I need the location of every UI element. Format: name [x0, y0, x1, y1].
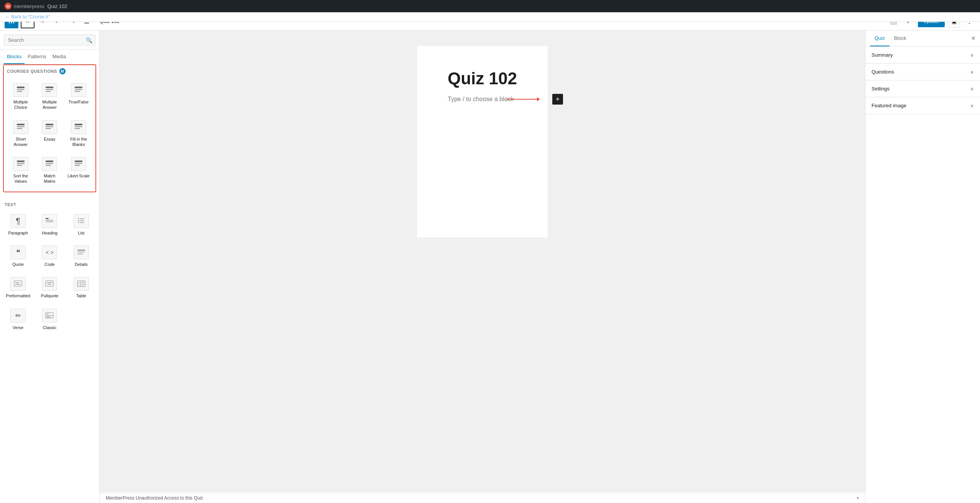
svg-rect-44 [48, 284, 51, 285]
mp-branding: m memberpress [5, 3, 44, 10]
code-label: Code [44, 262, 54, 267]
block-code[interactable]: < > Code [34, 241, 64, 271]
svg-rect-20 [17, 165, 22, 166]
editor-placeholder[interactable]: Type / to choose a block [448, 96, 514, 103]
svg-rect-19 [17, 163, 25, 164]
search-input[interactable] [4, 34, 95, 46]
admin-bar: m memberpress Quiz 102 [0, 0, 980, 12]
svg-rect-6 [75, 87, 82, 88]
mp-brand-name: memberpress [14, 3, 44, 9]
svg-rect-51 [46, 314, 49, 315]
svg-rect-32 [78, 220, 79, 221]
tab-quiz[interactable]: Quiz [870, 31, 890, 46]
quote-icon: ❝ [10, 246, 26, 259]
right-sidebar: Quiz Block × Summary ∨ Questions ∨ Setti… [865, 31, 980, 503]
block-classic[interactable]: Classic [34, 305, 64, 334]
accordion-questions-header[interactable]: Questions ∨ [865, 64, 980, 80]
course-questions-header: COURSES QUESTIONS m [7, 68, 92, 76]
tab-block[interactable]: Block [890, 31, 911, 46]
svg-rect-12 [46, 124, 53, 125]
close-right-sidebar-button[interactable]: × [971, 34, 975, 43]
search-icon: 🔍 [86, 37, 92, 43]
quiz-title[interactable]: Quiz 102 [448, 69, 517, 88]
svg-rect-8 [75, 91, 80, 92]
quote-label: Quote [12, 262, 24, 267]
svg-rect-40 [15, 282, 19, 283]
paragraph-icon: ¶ [10, 214, 26, 228]
block-match-matrix[interactable]: Match Matrix [36, 153, 64, 188]
svg-rect-41 [15, 284, 21, 285]
fill-blanks-label: Fill in the Blanks [67, 136, 90, 147]
svg-rect-25 [75, 163, 82, 164]
svg-rect-21 [46, 161, 53, 162]
block-multiple-answer[interactable]: Multiple Answer [36, 79, 64, 115]
tab-media[interactable]: Media [49, 50, 69, 64]
sidebar-content: COURSES QUESTIONS m Multiple Choice [0, 64, 99, 503]
svg-rect-1 [17, 89, 25, 90]
block-paragraph[interactable]: ¶ Paragraph [3, 210, 33, 240]
accordion-questions-label: Questions [872, 69, 894, 75]
svg-rect-22 [46, 163, 53, 164]
short-answer-label: Short Answer [9, 136, 33, 147]
sidebar-search-container: 🔍 [0, 31, 99, 50]
block-multiple-choice[interactable]: Multiple Choice [7, 79, 34, 115]
pullquote-label: Pullquote [41, 293, 59, 298]
right-sidebar-tabs: Quiz Block × [865, 31, 980, 47]
admin-quiz-title: Quiz 102 [47, 3, 67, 9]
bottom-dropdown-arrow[interactable]: ▾ [857, 495, 859, 501]
svg-rect-53 [46, 317, 50, 318]
arrow-head [537, 97, 540, 101]
block-list[interactable]: List [66, 210, 96, 240]
chevron-down-icon-3: ∨ [970, 86, 974, 92]
accordion-settings-label: Settings [872, 86, 890, 92]
block-heading[interactable]: Heading [34, 210, 64, 240]
block-essay[interactable]: Essay [36, 116, 64, 152]
block-short-answer[interactable]: Short Answer [7, 116, 34, 152]
block-likert-scale[interactable]: Likert Scale [65, 153, 92, 188]
block-fill-blanks[interactable]: Fill in the Blanks [65, 116, 92, 152]
svg-rect-11 [17, 128, 22, 129]
bottom-status-bar: MemberPress Unauthorized Access to this … [100, 493, 865, 503]
short-answer-icon [13, 120, 28, 134]
heading-label: Heading [42, 230, 57, 236]
block-preformatted[interactable]: Preformatted [3, 273, 33, 303]
mp-badge: m [59, 68, 66, 74]
accordion-featured-image-label: Featured image [872, 103, 906, 108]
block-pullquote[interactable]: Pullquote [34, 273, 64, 303]
accordion-summary-header[interactable]: Summary ∨ [865, 47, 980, 63]
svg-rect-33 [80, 220, 84, 221]
svg-rect-27 [46, 218, 49, 219]
pullquote-icon [42, 277, 57, 291]
svg-rect-5 [46, 91, 51, 92]
tab-blocks[interactable]: Blocks [4, 50, 25, 64]
block-true-false[interactable]: True/False [65, 79, 92, 115]
block-quote[interactable]: ❝ Quote [3, 241, 33, 271]
accordion-questions: Questions ∨ [865, 64, 980, 80]
svg-rect-45 [77, 281, 85, 287]
svg-rect-10 [17, 126, 25, 127]
svg-rect-16 [75, 126, 82, 127]
back-link[interactable]: ← Back to "Course A" [5, 14, 50, 20]
svg-rect-26 [75, 165, 80, 166]
sort-values-icon [13, 157, 28, 171]
accordion-featured-image-header[interactable]: Featured image ∨ [865, 97, 980, 114]
placeholder-row: Type / to choose a block + [448, 96, 517, 103]
tab-patterns[interactable]: Patterns [25, 50, 49, 64]
block-sidebar: 🔍 Blocks Patterns Media COURSES QUESTION… [0, 31, 100, 503]
block-sort-values[interactable]: Sort the Values [7, 153, 34, 188]
add-block-button[interactable]: + [552, 94, 563, 105]
svg-rect-0 [17, 87, 25, 88]
editor-area: Quiz 102 Type / to choose a block + [417, 46, 548, 238]
block-verse[interactable]: ✏ Verse [3, 305, 33, 334]
accordion-settings-header[interactable]: Settings ∨ [865, 80, 980, 97]
text-section-label: TEXT [5, 202, 16, 207]
block-details[interactable]: Details [66, 241, 96, 271]
sidebar-tabs: Blocks Patterns Media [0, 50, 99, 64]
search-wrap: 🔍 [4, 34, 95, 46]
block-table[interactable]: Table [66, 273, 96, 303]
main-layout: 🔍 Blocks Patterns Media COURSES QUESTION… [0, 31, 980, 503]
classic-icon [42, 309, 57, 323]
svg-rect-34 [78, 222, 79, 223]
svg-rect-52 [46, 315, 53, 316]
main-content: Quiz 102 Type / to choose a block + [100, 31, 865, 503]
